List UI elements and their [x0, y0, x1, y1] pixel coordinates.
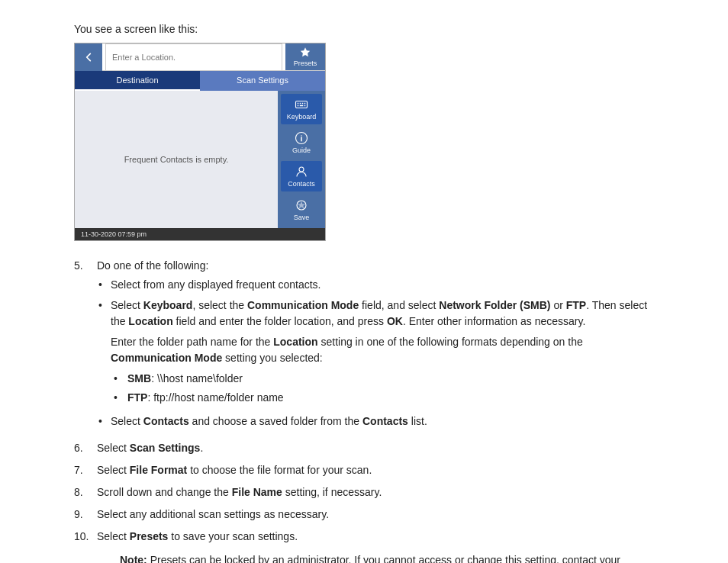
step-8: 8. Scroll down and change the File Name …	[74, 484, 654, 500]
keyboard-label: Keyboard	[287, 113, 317, 121]
smb-format: SMB: \\host name\folder	[127, 371, 243, 387]
bullet-5-2: • Select Keyboard, select the Communicat…	[97, 298, 654, 409]
sub-bullet-smb: • SMB: \\host name\folder	[111, 371, 654, 387]
device-footer: 11-30-2020 07:59 pm	[75, 228, 325, 240]
step-10-text: Select Presets to save your scan setting…	[97, 530, 298, 542]
sub-bullet-dot-smb: •	[111, 371, 127, 387]
step-5-intro: Do one of the following:	[97, 259, 208, 272]
svg-rect-2	[300, 103, 301, 105]
bullet-dot-2: •	[97, 298, 111, 409]
keyboard-icon	[295, 98, 308, 111]
back-button[interactable]	[75, 43, 102, 71]
presets-label: Presets	[294, 60, 317, 67]
frequent-contacts-text: Frequent Contacts is empty.	[124, 155, 229, 164]
step-6-content: Select Scan Settings.	[97, 440, 654, 456]
step-5-number: 5.	[74, 258, 97, 434]
step-6-number: 6.	[74, 440, 97, 456]
contacts-button[interactable]: Contacts	[281, 161, 322, 191]
page-content: You see a screen like this: Presets Dest…	[74, 23, 654, 563]
bullet-dot-3: •	[97, 413, 111, 429]
instructions: 5. Do one of the following: • Select fro…	[74, 258, 654, 563]
svg-rect-4	[304, 103, 306, 105]
scan-settings-tab-label: Scan Settings	[237, 76, 288, 85]
save-button[interactable]: Save	[281, 195, 322, 225]
step-7-content: Select File Format to choose the file fo…	[97, 462, 654, 478]
bullet-5-3-text: Select Contacts and choose a saved folde…	[111, 413, 654, 429]
step-6-text: Select Scan Settings.	[97, 442, 203, 454]
device-main-area: Frequent Contacts is empty.	[75, 91, 278, 228]
step-8-content: Scroll down and change the File Name set…	[97, 484, 654, 500]
info-icon	[295, 131, 308, 145]
svg-rect-7	[304, 105, 306, 107]
contacts-icon	[295, 165, 308, 179]
note-label: Note:	[120, 554, 147, 563]
bullet-5-1: • Select from any displayed frequent con…	[97, 277, 654, 293]
step-7: 7. Select File Format to choose the file…	[74, 462, 654, 478]
step-list: 5. Do one of the following: • Select fro…	[74, 258, 654, 563]
svg-rect-1	[298, 103, 299, 105]
step-8-text: Scroll down and change the File Name set…	[97, 486, 382, 498]
step-10-content: Select Presets to save your scan setting…	[97, 529, 654, 563]
device-top-bar: Presets	[75, 43, 325, 71]
bullet-5-2-text: Select Keyboard, select the Communicatio…	[111, 299, 647, 327]
svg-rect-5	[298, 105, 299, 107]
device-screen: Presets Destination Scan Settings Freque…	[74, 43, 326, 241]
step-10-number: 10.	[74, 529, 97, 563]
star-icon	[299, 47, 311, 58]
intro-text: You see a screen like this:	[74, 23, 654, 35]
step-7-number: 7.	[74, 462, 97, 478]
destination-tab[interactable]: Destination	[75, 71, 200, 91]
guide-button[interactable]: Guide	[281, 127, 322, 158]
svg-point-11	[299, 167, 304, 172]
svg-rect-0	[296, 101, 308, 108]
svg-point-10	[301, 135, 302, 137]
bullet-5-1-text: Select from any displayed frequent conta…	[111, 277, 654, 293]
destination-tab-label: Destination	[116, 76, 158, 85]
save-icon	[295, 198, 308, 212]
bullet-dot-1: •	[97, 277, 111, 293]
step-6: 6. Select Scan Settings.	[74, 440, 654, 456]
step-5-content: Do one of the following: • Select from a…	[97, 258, 654, 434]
bullet-5-2-content: Select Keyboard, select the Communicatio…	[111, 298, 654, 409]
presets-button[interactable]: Presets	[285, 43, 325, 70]
device-tabs: Destination Scan Settings	[75, 71, 325, 91]
save-label: Save	[294, 214, 310, 221]
step-9-number: 9.	[74, 507, 97, 523]
device-timestamp: 11-30-2020 07:59 pm	[81, 230, 147, 238]
step-9: 9. Select any additional scan settings a…	[74, 507, 654, 523]
scan-settings-tab[interactable]: Scan Settings	[200, 71, 325, 91]
sub-bullet-ftp: • FTP: ftp://host name/folder name	[111, 390, 654, 406]
path-note: Enter the folder path name for the Locat…	[111, 334, 654, 366]
device-body: Frequent Contacts is empty. Keyb	[75, 91, 325, 228]
note-text: Presets can be locked by an administrato…	[120, 554, 620, 563]
bullet-5-3: • Select Contacts and choose a saved fol…	[97, 413, 654, 429]
step-5-bullets: • Select from any displayed frequent con…	[97, 277, 654, 429]
step-10: 10. Select Presets to save your scan set…	[74, 529, 654, 563]
step-9-text: Select any additional scan settings as n…	[97, 508, 329, 520]
note-box: Note: Presets can be locked by an admini…	[120, 552, 654, 563]
step-7-text: Select File Format to choose the file fo…	[97, 464, 372, 476]
location-input[interactable]	[105, 43, 282, 71]
device-right-panel: Keyboard Guide Co	[278, 91, 325, 228]
svg-rect-3	[302, 103, 304, 105]
ftp-format: FTP: ftp://host name/folder name	[127, 390, 284, 406]
contacts-label: Contacts	[288, 180, 315, 188]
step-9-content: Select any additional scan settings as n…	[97, 507, 654, 523]
step-8-number: 8.	[74, 484, 97, 500]
svg-rect-6	[300, 105, 304, 107]
back-icon	[82, 51, 95, 63]
sub-bullet-list: • SMB: \\host name\folder • FTP: ftp://h…	[111, 371, 654, 406]
guide-label: Guide	[292, 146, 311, 154]
step-5: 5. Do one of the following: • Select fro…	[74, 258, 654, 434]
sub-bullet-dot-ftp: •	[111, 390, 127, 406]
keyboard-button[interactable]: Keyboard	[281, 94, 322, 124]
